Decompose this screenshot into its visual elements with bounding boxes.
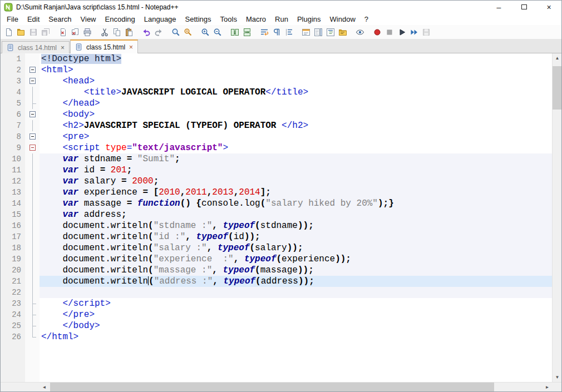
menu-item-search[interactable]: Search bbox=[44, 14, 76, 24]
menu-item-settings[interactable]: Settings bbox=[181, 14, 216, 24]
scroll-up-button[interactable]: ▲ bbox=[553, 53, 562, 63]
code-text[interactable]: <head> bbox=[40, 76, 552, 87]
monitoring-icon[interactable] bbox=[354, 26, 366, 38]
tab-class-15-html[interactable]: class 15.html× bbox=[70, 39, 138, 53]
code-text[interactable]: var massage = function() {console.log("s… bbox=[40, 198, 552, 209]
vertical-scroll-track[interactable] bbox=[553, 63, 561, 373]
minimize-button[interactable]: – bbox=[486, 1, 511, 13]
code-text[interactable]: var stdname = "Sumit"; bbox=[40, 153, 552, 165]
menu-item-file[interactable]: File bbox=[2, 14, 23, 24]
code-text[interactable]: <pre> bbox=[40, 131, 552, 142]
code-line: 14 var massage = function() {console.log… bbox=[1, 198, 552, 209]
undo-icon[interactable] bbox=[140, 26, 152, 38]
scroll-down-button[interactable]: ▼ bbox=[553, 373, 562, 382]
code-text[interactable]: </script> bbox=[40, 298, 552, 309]
menu-item-encoding[interactable]: Encoding bbox=[101, 14, 140, 24]
fold-margin-cell bbox=[25, 187, 40, 198]
code-text[interactable]: </body> bbox=[40, 320, 552, 331]
tab-close-icon[interactable]: × bbox=[128, 43, 133, 51]
code-text[interactable]: <title>JAVASCRIPT LOGICAL OPERATOR</titl… bbox=[40, 87, 552, 98]
scroll-left-button[interactable]: ◄ bbox=[40, 383, 49, 392]
menu-item-macro[interactable]: Macro bbox=[241, 14, 270, 24]
word-wrap-icon[interactable] bbox=[258, 26, 270, 38]
sync-vertical-icon[interactable] bbox=[229, 26, 241, 38]
menu-item-help[interactable]: ? bbox=[360, 14, 373, 24]
horizontal-scrollbar[interactable]: ◄ ► bbox=[40, 382, 552, 391]
fold-collapse-icon[interactable] bbox=[29, 145, 36, 151]
code-text[interactable]: var id = 201; bbox=[40, 165, 552, 176]
macro-record-icon[interactable] bbox=[371, 26, 383, 38]
line-number: 12 bbox=[1, 176, 25, 187]
code-text[interactable]: document.writeln("stdname :", typeof(std… bbox=[40, 220, 552, 231]
print-icon[interactable] bbox=[81, 26, 93, 38]
code-text[interactable]: </pre> bbox=[40, 309, 552, 320]
menu-item-run[interactable]: Run bbox=[270, 14, 293, 24]
redo-icon[interactable] bbox=[152, 26, 165, 38]
document-map-icon[interactable] bbox=[312, 26, 324, 38]
code-text[interactable]: var experience = [2010,2011,2013,2014]; bbox=[40, 187, 552, 198]
code-line: 5 </head> bbox=[1, 98, 552, 109]
zoom-out-icon[interactable] bbox=[211, 26, 224, 38]
menu-item-edit[interactable]: Edit bbox=[23, 14, 44, 24]
function-list-icon[interactable] bbox=[324, 26, 337, 38]
paste-icon[interactable] bbox=[123, 26, 135, 38]
code-text[interactable]: var salary = 2000; bbox=[40, 176, 552, 187]
tab-close-icon[interactable]: × bbox=[60, 44, 65, 52]
new-file-icon[interactable] bbox=[3, 26, 15, 38]
menu-item-window[interactable]: Window bbox=[326, 14, 360, 24]
fold-margin-cell bbox=[25, 153, 40, 165]
code-text[interactable]: var address; bbox=[40, 209, 552, 220]
menu-item-language[interactable]: Language bbox=[140, 14, 181, 24]
code-text[interactable]: </head> bbox=[40, 98, 552, 109]
maximize-button[interactable] bbox=[511, 1, 536, 13]
macro-save-icon[interactable] bbox=[420, 26, 432, 38]
user-defined-dialog-icon[interactable] bbox=[300, 26, 312, 38]
horizontal-scroll-thumb[interactable] bbox=[50, 383, 494, 391]
code-text[interactable]: document.writeln("experience :", typeof(… bbox=[40, 254, 552, 265]
code-text[interactable]: document.writeln("salary :", typeof(sala… bbox=[40, 242, 552, 254]
code-text[interactable]: document.writeln("massage :", typeof(mas… bbox=[40, 265, 552, 276]
open-icon[interactable] bbox=[15, 26, 27, 38]
macro-run-multiple-icon[interactable] bbox=[408, 26, 420, 38]
horizontal-scroll-track[interactable] bbox=[49, 383, 543, 391]
copy-icon[interactable] bbox=[111, 26, 123, 38]
save-all-icon[interactable] bbox=[40, 26, 52, 38]
indent-guide-icon[interactable] bbox=[283, 26, 295, 38]
close-all-icon[interactable] bbox=[69, 26, 81, 38]
save-icon[interactable] bbox=[27, 26, 40, 38]
code-text[interactable]: <script type="text/javascript"> bbox=[40, 142, 552, 153]
macro-stop-icon[interactable] bbox=[383, 26, 396, 38]
code-text[interactable]: <body> bbox=[40, 109, 552, 120]
fold-collapse-icon[interactable] bbox=[29, 78, 36, 84]
fold-collapse-icon[interactable] bbox=[29, 111, 36, 117]
close-icon[interactable] bbox=[57, 26, 69, 38]
replace-icon[interactable] bbox=[182, 26, 194, 38]
fold-collapse-icon[interactable] bbox=[29, 67, 36, 73]
close-button[interactable]: × bbox=[536, 1, 561, 13]
fold-collapse-icon[interactable] bbox=[29, 133, 36, 140]
code-text[interactable] bbox=[40, 287, 552, 298]
code-line: 4 <title>JAVASCRIPT LOGICAL OPERATOR</ti… bbox=[1, 87, 552, 98]
menu-item-plugins[interactable]: Plugins bbox=[293, 14, 326, 24]
vertical-scrollbar[interactable]: ▲ ▼ bbox=[552, 53, 561, 382]
code-text[interactable]: <h2>JAVASCRIPT SPECIAL (TYPEOF) OPERATOR… bbox=[40, 120, 552, 131]
code-text[interactable]: document.writeln("address :", typeof(add… bbox=[40, 276, 552, 287]
show-all-characters-icon[interactable] bbox=[270, 26, 283, 38]
vertical-scroll-thumb[interactable] bbox=[553, 66, 561, 110]
cut-icon[interactable] bbox=[98, 26, 111, 38]
zoom-in-icon[interactable] bbox=[199, 26, 211, 38]
scroll-right-button[interactable]: ► bbox=[543, 383, 552, 392]
fold-margin-cell bbox=[25, 231, 40, 242]
line-number: 14 bbox=[1, 198, 25, 209]
code-text[interactable]: <html> bbox=[40, 64, 552, 76]
tab-class-14-html[interactable]: class 14.html× bbox=[2, 41, 70, 53]
menu-item-view[interactable]: View bbox=[76, 14, 101, 24]
find-icon[interactable] bbox=[170, 26, 182, 38]
sync-horizontal-icon[interactable] bbox=[241, 26, 253, 38]
folder-as-workspace-icon[interactable] bbox=[337, 26, 349, 38]
code-text[interactable]: <!Doctype html> bbox=[40, 53, 552, 64]
code-text[interactable]: </html> bbox=[40, 331, 552, 343]
code-text[interactable]: document.writeln("id :", typeof(id)); bbox=[40, 231, 552, 242]
menu-item-tools[interactable]: Tools bbox=[216, 14, 241, 24]
macro-playback-icon[interactable] bbox=[396, 26, 408, 38]
